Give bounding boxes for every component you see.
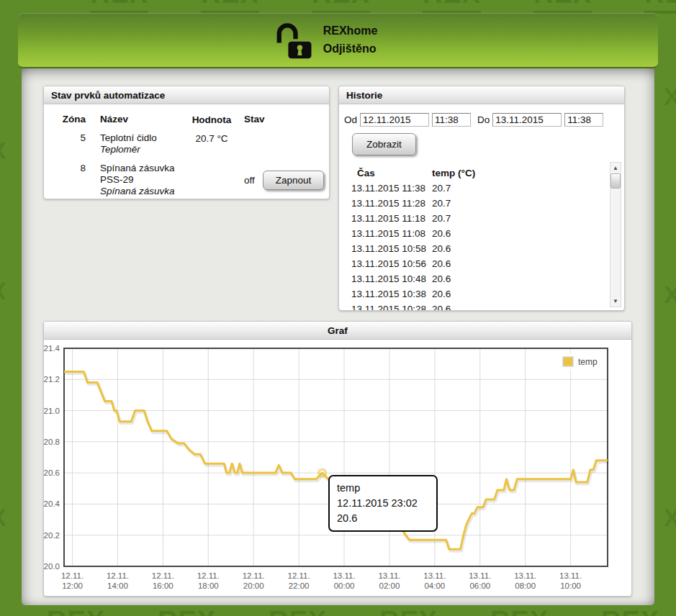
device-value — [181, 163, 243, 197]
scroll-up-icon[interactable]: ▲ — [610, 163, 621, 173]
svg-text:12.11.: 12.11. — [197, 571, 220, 580]
app-header-text: REXhome Odjištěno — [323, 24, 378, 55]
svg-text:06:00: 06:00 — [469, 581, 490, 590]
app-title: REXhome — [323, 24, 378, 37]
svg-text:12.11.: 12.11. — [61, 571, 84, 580]
list-item: 13.11.2015 11:3820.7 — [351, 181, 605, 196]
svg-text:21.2: 21.2 — [44, 375, 60, 384]
history-time-column-header: Čas — [351, 166, 432, 181]
list-item: 13.11.2015 10:2820.6 — [351, 302, 605, 310]
svg-text:20.6: 20.6 — [44, 468, 60, 477]
switch-on-button[interactable]: Zapnout — [263, 171, 325, 190]
device-zone: 5 — [57, 132, 90, 155]
device-state — [243, 132, 325, 155]
device-type-label: Teploměr — [100, 144, 181, 155]
device-name-label: Teplotní čidlo — [100, 132, 181, 144]
svg-text:13.11.: 13.11. — [514, 571, 536, 580]
tooltip-value: 20.6 — [337, 511, 429, 526]
chart-panel-title: Graf — [44, 322, 631, 340]
svg-text:13.11.: 13.11. — [559, 571, 582, 580]
svg-text:20.4: 20.4 — [44, 499, 60, 508]
lock-status-label: Odjištěno — [323, 42, 378, 55]
to-label: Do — [477, 114, 490, 125]
svg-text:02:00: 02:00 — [379, 581, 400, 590]
history-list-header: Čas temp (°C) — [351, 166, 605, 181]
svg-text:12.11.: 12.11. — [243, 571, 265, 580]
svg-text:20.0: 20.0 — [44, 562, 60, 571]
column-header-state: Stav — [243, 114, 325, 125]
from-time-input[interactable] — [432, 113, 471, 127]
svg-text:13.11.: 13.11. — [469, 571, 491, 580]
temperature-chart[interactable]: 20.020.220.420.620.821.021.221.412.11.12… — [44, 340, 631, 597]
device-zone: 8 — [57, 163, 90, 197]
svg-text:13.11.: 13.11. — [423, 571, 446, 580]
device-name-label: Spínaná zásuvka PSS-29 — [100, 163, 181, 186]
svg-text:22:00: 22:00 — [289, 581, 310, 590]
tooltip-series-label: temp — [337, 481, 429, 496]
column-header-value: Hodnota — [181, 114, 243, 125]
list-item: 13.11.2015 10:4820.6 — [351, 271, 605, 286]
svg-text:13.11.: 13.11. — [333, 571, 355, 580]
app-header: REXhome Odjištěno — [18, 13, 658, 68]
column-header-zone: Zóna — [57, 114, 90, 125]
chart-panel: Graf 20.020.220.420.620.821.021.221.412.… — [43, 321, 632, 597]
list-item: 13.11.2015 11:2820.7 — [351, 196, 605, 211]
device-name: Teplotní čidlo Teploměr — [90, 132, 181, 155]
chart-tooltip: temp 12.11.2015 23:02 20.6 — [328, 475, 438, 532]
app-header-group: REXhome Odjištěno — [274, 17, 378, 63]
device-state-label: off — [244, 175, 255, 186]
from-label: Od — [344, 114, 357, 125]
scroll-down-icon[interactable]: ▼ — [610, 296, 621, 306]
history-rows: 13.11.2015 11:3820.713.11.2015 11:2820.7… — [351, 181, 605, 310]
device-state: off Zapnout — [243, 163, 325, 197]
list-item: 13.11.2015 10:5620.6 — [351, 256, 605, 271]
svg-text:20.8: 20.8 — [44, 438, 60, 446]
svg-text:12:00: 12:00 — [62, 581, 83, 590]
unlocked-padlock-icon — [274, 17, 313, 63]
list-item: 13.11.2015 10:5820.6 — [351, 241, 605, 256]
svg-text:04:00: 04:00 — [424, 581, 445, 590]
svg-text:12.11.: 12.11. — [107, 571, 129, 580]
device-value: 20.7 °C — [181, 132, 243, 155]
chart-area: 20.020.220.420.620.821.021.221.412.11.12… — [44, 340, 631, 597]
svg-text:16:00: 16:00 — [153, 581, 173, 590]
svg-text:20:00: 20:00 — [243, 581, 264, 590]
svg-text:10:00: 10:00 — [560, 581, 581, 590]
history-scrollbar[interactable]: ▲ ▼ — [610, 162, 621, 307]
svg-text:13.11.: 13.11. — [378, 571, 400, 580]
svg-text:21.4: 21.4 — [44, 344, 60, 353]
svg-text:18:00: 18:00 — [198, 581, 219, 590]
list-item: 13.11.2015 10:3820.6 — [351, 286, 605, 302]
svg-text:08:00: 08:00 — [515, 581, 536, 590]
list-item: 13.11.2015 11:0820.6 — [351, 226, 605, 241]
from-date-input[interactable] — [360, 113, 429, 127]
svg-text:temp: temp — [578, 357, 598, 367]
device-type-label: Spínaná zásuvka — [100, 186, 181, 197]
device-name: Spínaná zásuvka PSS-29 Spínaná zásuvka — [90, 163, 181, 197]
svg-text:14:00: 14:00 — [107, 581, 128, 590]
history-panel-title: Historie — [339, 86, 624, 104]
svg-text:12.11.: 12.11. — [152, 571, 174, 580]
automation-status-panel-title: Stav prvků automatizace — [44, 86, 329, 104]
show-history-button[interactable]: Zobrazit — [352, 133, 416, 155]
automation-status-panel: Stav prvků automatizace Zóna Název Hodno… — [43, 86, 330, 199]
history-filter-row: Od Do — [344, 113, 624, 127]
to-date-input[interactable] — [492, 113, 562, 127]
svg-text:20.2: 20.2 — [44, 531, 60, 540]
tooltip-datetime: 12.11.2015 23:02 — [337, 496, 429, 511]
svg-text:21.0: 21.0 — [44, 407, 60, 415]
history-panel: Historie Od Do Zobrazit Čas temp (°C) 13… — [338, 86, 625, 311]
column-header-name: Název — [90, 114, 181, 125]
history-temp-column-header: temp (°C) — [432, 166, 605, 181]
svg-text:00:00: 00:00 — [334, 581, 355, 590]
automation-status-table: Zóna Název Hodnota Stav 5 Teplotní čidlo… — [44, 104, 329, 197]
list-item: 13.11.2015 11:1820.7 — [351, 211, 605, 226]
content-area: Stav prvků automatizace Zóna Název Hodno… — [22, 68, 654, 605]
to-time-input[interactable] — [564, 113, 603, 127]
scrollbar-thumb[interactable] — [610, 173, 621, 189]
history-list: Čas temp (°C) 13.11.2015 11:3820.713.11.… — [351, 166, 605, 310]
svg-text:12.11.: 12.11. — [288, 571, 310, 580]
